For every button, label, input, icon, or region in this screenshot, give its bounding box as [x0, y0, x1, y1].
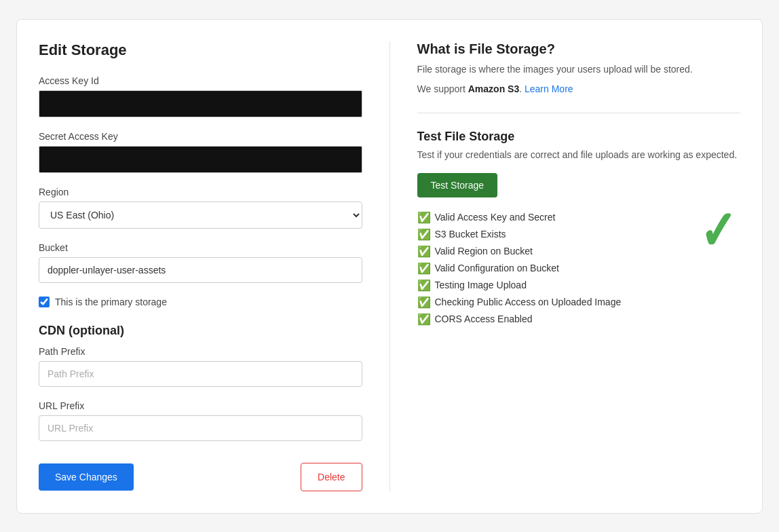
test-item-1: ✅ Valid Access Key and Secret: [417, 211, 741, 224]
test-title: Test File Storage: [417, 130, 741, 144]
region-label: Region: [39, 187, 362, 197]
page-title: Edit Storage: [39, 41, 362, 59]
url-prefix-input[interactable]: [39, 415, 362, 441]
test-item-3: ✅ Valid Region on Bucket: [417, 245, 741, 258]
learn-more-link[interactable]: Learn More: [525, 83, 573, 94]
access-key-id-group: Access Key Id: [39, 75, 362, 117]
test-item-label-5: Testing Image Upload: [435, 280, 527, 290]
info-desc2: We support Amazon S3. Learn More: [417, 82, 741, 96]
region-select[interactable]: US East (Ohio) US East (N. Virginia) US …: [39, 202, 362, 229]
info-desc1: File storage is where the images your us…: [417, 62, 741, 77]
test-item-2: ✅ S3 Bucket Exists: [417, 228, 741, 241]
divider: [417, 113, 741, 113]
info-title: What is File Storage?: [417, 41, 741, 57]
access-key-id-input[interactable]: [39, 90, 362, 117]
footer-buttons: Save Changes Delete: [39, 463, 362, 491]
test-item-5: ✅ Testing Image Upload: [417, 279, 741, 292]
secret-access-key-input[interactable]: [39, 146, 362, 173]
test-results: ✅ Valid Access Key and Secret ✅ S3 Bucke…: [417, 211, 741, 326]
test-desc: Test if your credentials are correct and…: [417, 148, 741, 162]
bucket-label: Bucket: [39, 242, 362, 253]
save-button[interactable]: Save Changes: [39, 463, 134, 491]
check-icon-4: ✅: [417, 262, 431, 275]
info-desc2-brand: Amazon S3: [468, 83, 519, 94]
path-prefix-input[interactable]: [39, 361, 362, 387]
delete-button[interactable]: Delete: [301, 463, 362, 491]
test-item-label-3: Valid Region on Bucket: [435, 246, 533, 256]
cdn-title: CDN (optional): [39, 324, 362, 338]
url-prefix-label: URL Prefix: [39, 400, 362, 411]
test-item-6: ✅ Checking Public Access on Uploaded Ima…: [417, 296, 741, 309]
check-icon-2: ✅: [417, 228, 431, 241]
test-item-label-4: Valid Configuration on Bucket: [435, 263, 559, 273]
check-icon-3: ✅: [417, 245, 431, 258]
big-checkmark-icon: ✓: [700, 204, 736, 259]
region-group: Region US East (Ohio) US East (N. Virgin…: [39, 187, 362, 229]
info-desc2-prefix: We support: [417, 83, 468, 94]
primary-storage-row: This is the primary storage: [39, 297, 362, 307]
left-panel: Edit Storage Access Key Id Secret Access…: [39, 41, 390, 491]
test-item-label-6: Checking Public Access on Uploaded Image: [435, 297, 622, 307]
test-item-label-2: S3 Bucket Exists: [435, 229, 506, 240]
primary-storage-label: This is the primary storage: [55, 297, 167, 307]
info-desc2-suffix: .: [519, 83, 525, 94]
path-prefix-label: Path Prefix: [39, 346, 362, 357]
test-item-7: ✅ CORS Access Enabled: [417, 313, 741, 326]
url-prefix-group: URL Prefix: [39, 400, 362, 441]
test-storage-button[interactable]: Test Storage: [417, 173, 498, 197]
right-panel: What is File Storage? File storage is wh…: [390, 41, 741, 491]
primary-storage-checkbox[interactable]: [39, 297, 50, 307]
secret-access-key-group: Secret Access Key: [39, 131, 362, 173]
test-item-label-1: Valid Access Key and Secret: [435, 212, 556, 223]
test-item-label-7: CORS Access Enabled: [435, 314, 533, 324]
path-prefix-group: Path Prefix: [39, 346, 362, 387]
bucket-input[interactable]: [39, 257, 362, 283]
bucket-group: Bucket: [39, 242, 362, 283]
secret-access-key-label: Secret Access Key: [39, 131, 362, 142]
check-icon-7: ✅: [417, 313, 431, 326]
access-key-id-label: Access Key Id: [39, 75, 362, 86]
check-icon-6: ✅: [417, 296, 431, 309]
check-icon-5: ✅: [417, 279, 431, 292]
test-item-4: ✅ Valid Configuration on Bucket: [417, 262, 741, 275]
storage-card: Edit Storage Access Key Id Secret Access…: [16, 19, 763, 514]
check-icon-1: ✅: [417, 211, 431, 224]
cdn-section: CDN (optional) Path Prefix URL Prefix: [39, 324, 362, 441]
